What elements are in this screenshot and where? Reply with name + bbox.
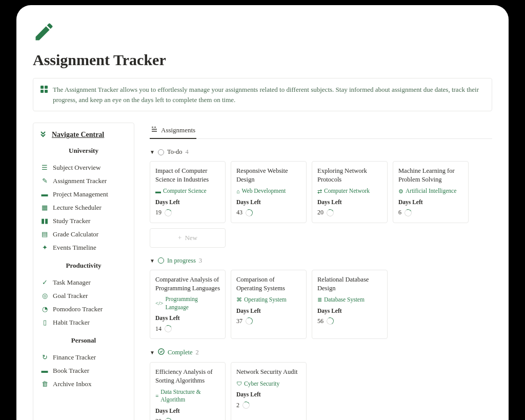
svg-rect-2 <box>41 90 44 93</box>
subject-icon: 🛡 <box>236 380 242 388</box>
days-value: 19 <box>155 208 161 216</box>
list-icon <box>151 126 158 135</box>
cards-row: Impact of Computer Science in Industries… <box>150 161 492 223</box>
progress-ring-icon <box>403 208 412 217</box>
days-left-row: 2 <box>236 401 301 409</box>
days-value: 56 <box>317 317 324 325</box>
toggle-icon[interactable]: ▼ <box>150 149 155 155</box>
nav-icon: ▬ <box>41 367 49 375</box>
toggle-icon[interactable]: ▼ <box>150 350 155 355</box>
nav-label: Pomodoro Tracker <box>53 305 103 313</box>
assignment-card[interactable]: Comparison of Operating Systems⌘Operatin… <box>231 270 307 339</box>
nav-icon: ✓ <box>41 278 49 287</box>
progress-ring-icon <box>326 208 334 217</box>
sidebar-header[interactable]: Navigate Central <box>39 130 128 139</box>
assignment-card[interactable]: Responsive Website Design⌂Web Developmen… <box>231 161 307 223</box>
days-value: 2 <box>236 401 239 409</box>
assignment-card[interactable]: Comparative Analysis of Programming Lang… <box>150 270 226 339</box>
nav-icon: ✦ <box>41 244 49 252</box>
assignment-card[interactable]: Exploring Network Protocols⇄Computer Net… <box>312 161 388 223</box>
group-header-complete[interactable]: ▼Complete2 <box>150 348 492 357</box>
assignment-card[interactable]: Network Security Audit🛡Cyber SecurityDay… <box>231 362 307 420</box>
days-value: 20 <box>317 208 324 216</box>
days-left-row: 43 <box>236 208 301 216</box>
sidebar-item-archive-inbox[interactable]: 🗑Archive Inbox <box>39 377 128 391</box>
nav-icon: ✎ <box>41 177 49 185</box>
subject-tag: ⇄Computer Network <box>317 187 370 195</box>
sidebar-item-book-tracker[interactable]: ▬Book Tracker <box>39 364 128 377</box>
days-value: 6 <box>398 208 401 216</box>
subject-icon: ≡ <box>155 392 158 400</box>
subject-icon: ⌂ <box>236 188 240 195</box>
card-title: Comparative Analysis of Programming Lang… <box>155 275 220 293</box>
content-area: Assignments ▼To-do4Impact of Computer Sc… <box>150 123 492 420</box>
sidebar-section-title: Personal <box>39 336 128 345</box>
sidebar-item-habit-tracker[interactable]: ▯Habit Tracker <box>39 316 128 329</box>
days-left-label: Days Left <box>398 198 463 207</box>
tab-assignments[interactable]: Assignments <box>150 123 196 139</box>
days-left-label: Days Left <box>317 307 382 315</box>
subject-tag: </>Programming Language <box>155 295 220 311</box>
days-left-row: 20 <box>317 208 382 216</box>
group-label: In progress <box>167 257 196 265</box>
page-container: Assignment Tracker The Assignment Tracke… <box>16 5 509 420</box>
main-layout: Navigate Central University☰Subject Over… <box>33 123 492 420</box>
subject-tag: ≡Data Structure & Algorithm <box>155 388 220 404</box>
assignment-card[interactable]: Relational Database Design≣Database Syst… <box>312 270 388 339</box>
sidebar-item-assignment-tracker[interactable]: ✎Assignment Tracker <box>39 174 128 188</box>
progress-ring-icon <box>326 317 334 326</box>
nav-icon: ▯ <box>41 318 49 327</box>
group-label: To-do <box>167 148 183 156</box>
subject-tag: ▬Computer Science <box>155 187 207 195</box>
subject-label: Computer Network <box>324 187 370 195</box>
sidebar-item-project-management[interactable]: ▬Project Management <box>39 188 128 201</box>
subject-icon: ⚙ <box>398 188 403 195</box>
days-left-label: Days Left <box>155 198 220 207</box>
assignment-card[interactable]: Impact of Computer Science in Industries… <box>150 161 226 223</box>
progress-ring-icon <box>245 208 253 217</box>
status-circle-icon <box>158 149 164 155</box>
sidebar-item-events-timeline[interactable]: ✦Events Timeline <box>39 241 128 254</box>
sidebar-item-subject-overview[interactable]: ☰Subject Overview <box>39 161 128 174</box>
card-title: Comparison of Operating Systems <box>236 275 301 293</box>
subject-icon: ⇄ <box>317 188 322 195</box>
sidebar-item-task-manager[interactable]: ✓Task Manager <box>39 276 128 289</box>
grid-icon <box>41 86 48 96</box>
tab-label: Assignments <box>161 126 195 134</box>
subject-tag: 🛡Cyber Security <box>236 380 279 388</box>
days-left-label: Days Left <box>155 314 220 323</box>
nav-label: Project Management <box>53 190 108 198</box>
days-left-row: 19 <box>155 208 220 216</box>
sidebar-title: Navigate Central <box>52 131 104 139</box>
description-callout: The Assignment Tracker allows you to eff… <box>33 78 492 111</box>
group-label: Complete <box>168 349 193 356</box>
days-value: 14 <box>155 325 161 333</box>
new-card-button[interactable]: +New <box>150 228 226 248</box>
progress-ring-icon <box>164 417 172 420</box>
assignment-card[interactable]: Machine Learning for Problem Solving⚙Art… <box>393 161 469 223</box>
plus-icon: + <box>178 234 181 242</box>
sidebar-item-lecture-scheduler[interactable]: ▦Lecture Scheduler <box>39 201 128 214</box>
svg-rect-1 <box>45 86 48 89</box>
assignment-card[interactable]: Efficiency Analysis of Sorting Algorithm… <box>150 362 226 420</box>
nav-icon: ▦ <box>41 204 49 212</box>
sidebar-item-finance-tracker[interactable]: ↻Finance Tracker <box>39 351 128 364</box>
group-header-todo[interactable]: ▼To-do4 <box>150 148 492 156</box>
days-value: 37 <box>236 317 243 325</box>
card-title: Responsive Website Design <box>236 167 301 184</box>
sidebar-item-pomodoro-tracker[interactable]: ◔Pomodoro Tracker <box>39 303 128 316</box>
sidebar-item-study-tracker[interactable]: ▮▮Study Tracker <box>39 214 128 228</box>
page-title: Assignment Tracker <box>33 51 492 69</box>
sidebar-item-goal-tracker[interactable]: ◎Goal Tracker <box>39 289 128 303</box>
days-left-label: Days Left <box>236 198 301 207</box>
progress-ring-icon <box>245 317 253 326</box>
new-label: New <box>185 234 197 242</box>
nav-icon: ☰ <box>41 164 49 172</box>
toggle-icon[interactable]: ▼ <box>150 258 155 264</box>
subject-label: Database System <box>324 296 365 304</box>
sidebar-item-grade-calculator[interactable]: ▤Grade Calculator <box>39 228 128 241</box>
nav-icon: ◔ <box>41 305 49 313</box>
nav-label: Goal Tracker <box>53 292 88 300</box>
group-header-inprogress[interactable]: ▼In progress3 <box>150 257 492 265</box>
nav-label: Habit Tracker <box>53 318 90 327</box>
